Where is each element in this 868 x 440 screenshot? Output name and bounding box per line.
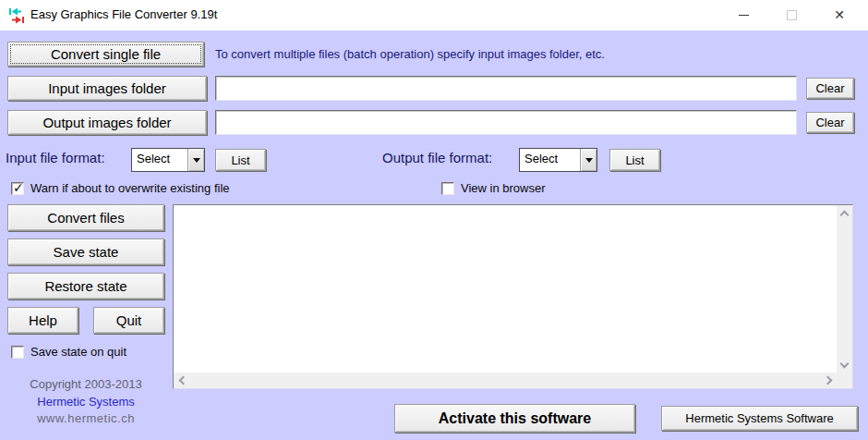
batch-instruction-text: To convert multiple files (batch operati… [215, 47, 605, 61]
log-output-area[interactable] [173, 204, 853, 389]
input-format-list-button[interactable]: List [215, 149, 266, 171]
app-icon [8, 7, 25, 24]
website-link[interactable]: www.hermetic.ch [7, 411, 164, 425]
minimize-button[interactable] [722, 0, 765, 30]
copyright-block: Copyright 2003-2013 Hermetic Systems www… [7, 377, 164, 425]
activate-software-button[interactable]: Activate this software [394, 404, 635, 433]
maximize-icon [787, 10, 797, 20]
log-content [174, 205, 837, 373]
save-state-on-quit-label: Save state on quit [30, 345, 127, 359]
input-folder-field[interactable] [215, 76, 797, 101]
titlebar: Easy Graphics File Converter 9.19t ✕ [0, 0, 868, 31]
input-images-folder-button[interactable]: Input images folder [7, 76, 207, 101]
close-icon: ✕ [834, 8, 845, 21]
checkbox-unchecked-icon[interactable] [441, 182, 454, 195]
maximize-button[interactable] [770, 0, 813, 30]
view-in-browser-label: View in browser [461, 181, 546, 195]
quit-button[interactable]: Quit [93, 307, 164, 334]
app-window: Easy Graphics File Converter 9.19t ✕ Con… [0, 0, 868, 440]
output-folder-field[interactable] [215, 110, 797, 135]
output-format-select[interactable]: Select [519, 148, 597, 172]
warn-overwrite-label: Warn if about to overwrite existing file [30, 181, 230, 195]
scroll-up-icon[interactable] [837, 205, 852, 221]
help-button[interactable]: Help [7, 307, 78, 334]
close-button[interactable]: ✕ [818, 0, 861, 30]
checkbox-checked-icon[interactable]: ✓ [11, 182, 24, 195]
view-in-browser-checkbox[interactable]: View in browser [441, 181, 546, 195]
hermetic-systems-software-button[interactable]: Hermetic Systems Software [661, 406, 858, 431]
scroll-down-icon[interactable] [837, 357, 852, 373]
checkbox-unchecked-icon[interactable] [11, 346, 24, 359]
input-format-value: Select [132, 149, 187, 171]
output-images-folder-button[interactable]: Output images folder [7, 110, 207, 135]
save-state-on-quit-checkbox[interactable]: Save state on quit [11, 345, 127, 359]
vertical-scrollbar[interactable] [837, 205, 852, 373]
save-state-button[interactable]: Save state [7, 238, 164, 265]
minimize-icon [739, 15, 749, 16]
copyright-text: Copyright 2003-2013 [7, 377, 164, 391]
clear-input-folder-button[interactable]: Clear [806, 78, 854, 99]
window-title: Easy Graphics File Converter 9.19t [30, 7, 217, 21]
warn-overwrite-checkbox[interactable]: ✓ Warn if about to overwrite existing fi… [11, 181, 230, 195]
clear-output-folder-button[interactable]: Clear [806, 112, 854, 133]
restore-state-button[interactable]: Restore state [7, 273, 164, 299]
company-link[interactable]: Hermetic Systems [7, 395, 164, 409]
input-format-select[interactable]: Select [131, 148, 205, 172]
scroll-left-icon[interactable] [174, 373, 189, 388]
output-format-label: Output file format: [382, 150, 492, 165]
horizontal-scrollbar[interactable] [174, 373, 837, 388]
convert-single-file-button[interactable]: Convert single file [7, 42, 204, 67]
scroll-right-icon[interactable] [821, 373, 837, 388]
chevron-down-icon[interactable] [580, 149, 597, 171]
chevron-down-icon[interactable] [187, 149, 204, 171]
output-format-list-button[interactable]: List [609, 149, 660, 171]
convert-files-button[interactable]: Convert files [7, 204, 164, 231]
scrollbar-corner [837, 373, 852, 388]
output-format-value: Select [520, 149, 580, 171]
input-format-label: Input file format: [6, 150, 105, 165]
